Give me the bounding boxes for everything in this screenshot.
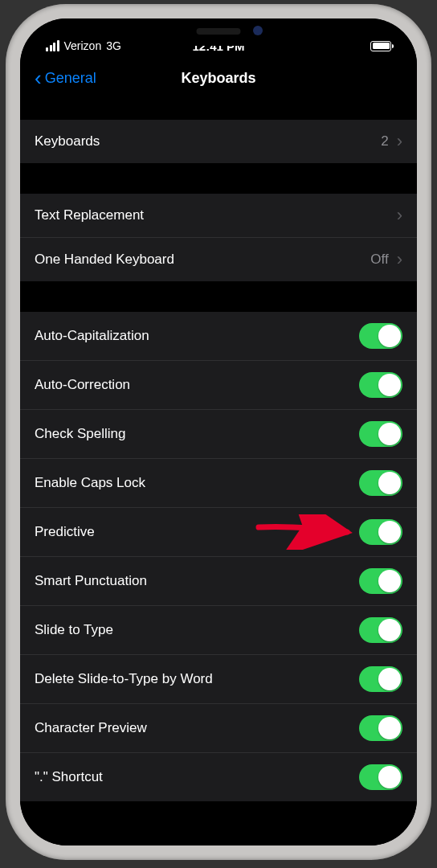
annotation-arrow-icon bbox=[252, 514, 357, 550]
phone-frame: Verizon 3G 12:41 PM ‹ General Keyboards bbox=[6, 4, 431, 860]
chevron-right-icon: › bbox=[397, 205, 402, 226]
toggle-check-spelling[interactable] bbox=[359, 421, 402, 447]
row-text-replacement[interactable]: Text Replacement › bbox=[20, 194, 417, 238]
row-slide-to-type: Slide to Type bbox=[20, 606, 417, 655]
toggle-period-shortcut[interactable] bbox=[359, 764, 402, 790]
group-text-options: Text Replacement › One Handed Keyboard O… bbox=[20, 194, 417, 281]
nav-title: Keyboards bbox=[181, 70, 255, 87]
row-one-handed-keyboard[interactable]: One Handed Keyboard Off › bbox=[20, 238, 417, 281]
row-delete-slide-to-type-by-word: Delete Slide-to-Type by Word bbox=[20, 655, 417, 704]
toggle-slide-to-type[interactable] bbox=[359, 617, 402, 643]
row-label: Auto-Capitalization bbox=[35, 328, 149, 344]
toggle-delete-slide-to-type-by-word[interactable] bbox=[359, 666, 402, 692]
toggle-auto-capitalization[interactable] bbox=[359, 323, 402, 349]
row-value: 2 bbox=[381, 133, 388, 149]
status-right bbox=[370, 41, 391, 51]
phone-bezel: Verizon 3G 12:41 PM ‹ General Keyboards bbox=[20, 18, 417, 845]
chevron-left-icon: ‹ bbox=[35, 68, 42, 88]
row-right: 2 › bbox=[381, 131, 402, 152]
group-keyboards-count: Keyboards 2 › bbox=[20, 120, 417, 163]
row-label: "." Shortcut bbox=[35, 769, 103, 785]
row-label: Delete Slide-to-Type by Word bbox=[35, 671, 213, 687]
chevron-right-icon: › bbox=[397, 131, 402, 152]
row-period-shortcut: "." Shortcut bbox=[20, 753, 417, 801]
screen: Verizon 3G 12:41 PM ‹ General Keyboards bbox=[20, 18, 417, 845]
row-label: One Handed Keyboard bbox=[35, 252, 174, 268]
row-label: Text Replacement bbox=[35, 207, 144, 223]
row-predictive: Predictive bbox=[20, 508, 417, 557]
row-label: Auto-Correction bbox=[35, 377, 130, 393]
toggle-predictive[interactable] bbox=[359, 519, 402, 545]
row-label: Smart Punctuation bbox=[35, 573, 147, 589]
row-auto-correction: Auto-Correction bbox=[20, 361, 417, 410]
row-label: Character Preview bbox=[35, 720, 147, 736]
back-label: General bbox=[45, 70, 96, 87]
row-check-spelling: Check Spelling bbox=[20, 410, 417, 459]
row-enable-caps-lock: Enable Caps Lock bbox=[20, 459, 417, 508]
chevron-right-icon: › bbox=[397, 249, 402, 270]
row-right: Off › bbox=[370, 249, 402, 270]
notch bbox=[126, 18, 311, 46]
toggle-character-preview[interactable] bbox=[359, 715, 402, 741]
settings-content[interactable]: Keyboards 2 › Text Replacement › bbox=[20, 99, 417, 845]
row-label: Check Spelling bbox=[35, 426, 125, 442]
battery-icon bbox=[370, 41, 391, 51]
toggle-smart-punctuation[interactable] bbox=[359, 568, 402, 594]
signal-bars-icon bbox=[46, 40, 59, 51]
row-label: Slide to Type bbox=[35, 622, 113, 638]
toggle-enable-caps-lock[interactable] bbox=[359, 470, 402, 496]
carrier-label: Verizon bbox=[64, 39, 102, 52]
row-smart-punctuation: Smart Punctuation bbox=[20, 557, 417, 606]
row-label: Predictive bbox=[35, 524, 95, 540]
nav-bar: ‹ General Keyboards bbox=[20, 59, 417, 99]
toggle-auto-correction[interactable] bbox=[359, 372, 402, 398]
row-value: Off bbox=[370, 252, 388, 268]
network-label: 3G bbox=[106, 39, 121, 52]
row-label: Keyboards bbox=[35, 133, 100, 149]
row-auto-capitalization: Auto-Capitalization bbox=[20, 312, 417, 361]
row-character-preview: Character Preview bbox=[20, 704, 417, 753]
back-button[interactable]: ‹ General bbox=[35, 68, 96, 88]
row-keyboards[interactable]: Keyboards 2 › bbox=[20, 120, 417, 163]
row-label: Enable Caps Lock bbox=[35, 475, 145, 491]
row-right: › bbox=[397, 205, 402, 226]
status-left: Verizon 3G bbox=[46, 39, 121, 52]
group-toggles: Auto-Capitalization Auto-Correction Chec… bbox=[20, 312, 417, 801]
